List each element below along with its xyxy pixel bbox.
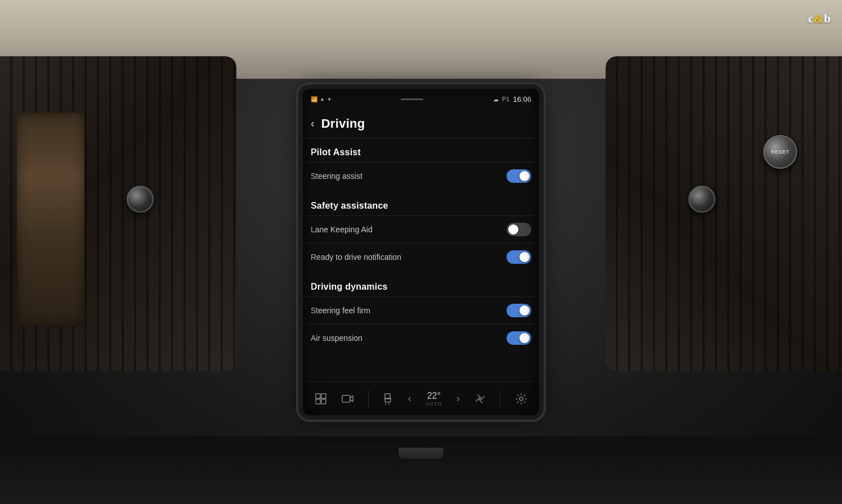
- divider-2: [500, 390, 500, 407]
- air-suspension-toggle[interactable]: [507, 331, 531, 345]
- svg-rect-0: [316, 394, 320, 398]
- page-title: Driving: [321, 116, 365, 131]
- bottom-control-bar: ‹ 22° AUTO ›: [303, 381, 539, 415]
- signal-icon: 📶: [311, 96, 317, 102]
- nav-bar: ‹ Driving: [303, 109, 539, 138]
- watermark: c&b: [808, 11, 831, 26]
- setting-row-ready-notification: Ready to drive notification: [303, 243, 539, 271]
- reset-label: RESET: [771, 149, 790, 155]
- air-suspension-label: Air suspension: [311, 334, 362, 343]
- settings-scroll-area[interactable]: Pilot Assist Steering assist Safety assi…: [303, 138, 539, 381]
- screen-content: 📶 ▲ ✦ ☁ P1 16:06 ‹ Driving Pilot Assist …: [303, 89, 539, 415]
- p1-label: P1: [502, 96, 509, 102]
- svg-rect-1: [321, 394, 326, 398]
- watermark-b: b: [824, 11, 831, 25]
- toggle-knob-suspension: [519, 333, 530, 343]
- toggle-knob-steering: [519, 305, 530, 316]
- screen-mount: [398, 448, 444, 459]
- infotainment-screen: 📶 ▲ ✦ ☁ P1 16:06 ‹ Driving Pilot Assist …: [303, 89, 539, 415]
- home-icon[interactable]: [315, 393, 327, 405]
- steering-assist-label: Steering assist: [311, 172, 362, 181]
- temp-mode: AUTO: [426, 401, 442, 407]
- temp-value: 22°: [427, 391, 441, 401]
- chevron-left-icon[interactable]: ‹: [408, 393, 411, 404]
- svg-rect-2: [316, 399, 320, 404]
- cloud-icon: ☁: [493, 96, 499, 102]
- chevron-right-icon[interactable]: ›: [456, 393, 460, 404]
- svg-point-8: [519, 397, 523, 400]
- watermark-ampersand: &: [813, 11, 823, 25]
- setting-row-lane-keeping: Lane Keeping Aid: [303, 215, 539, 243]
- temperature-control[interactable]: 22° AUTO: [426, 391, 442, 407]
- left-vent-knob[interactable]: [127, 186, 154, 213]
- svg-point-7: [479, 398, 481, 400]
- seat-icon[interactable]: [383, 393, 393, 405]
- time-display: 16:06: [513, 95, 531, 104]
- left-trim-panel: [17, 112, 84, 326]
- setting-row-steering-feel: Steering feel firm: [303, 296, 539, 324]
- steering-assist-toggle[interactable]: [507, 169, 531, 183]
- toggle-knob-ready: [519, 252, 530, 262]
- lane-keeping-label: Lane Keeping Aid: [311, 225, 373, 234]
- camera-icon[interactable]: [342, 394, 354, 404]
- status-left: 📶 ▲ ✦: [311, 96, 332, 102]
- lane-keeping-toggle[interactable]: [507, 223, 531, 236]
- watermark-c: c: [808, 11, 814, 25]
- back-button[interactable]: ‹: [311, 117, 315, 130]
- settings-icon[interactable]: [515, 393, 527, 405]
- bluetooth-icon: ✦: [327, 96, 332, 102]
- section-header-pilot-assist: Pilot Assist: [303, 138, 539, 162]
- divider-1: [368, 390, 369, 407]
- section-header-dynamics: Driving dynamics: [303, 271, 539, 296]
- section-header-safety: Safety assistance: [303, 190, 539, 215]
- steering-feel-toggle[interactable]: [507, 304, 531, 317]
- reset-button[interactable]: RESET: [763, 135, 797, 169]
- setting-row-air-suspension: Air suspension: [303, 324, 539, 352]
- status-center-bar: [401, 98, 423, 100]
- toggle-knob: [519, 171, 530, 181]
- right-vent-knob[interactable]: [688, 186, 715, 213]
- fan-icon[interactable]: [474, 393, 486, 404]
- toggle-knob-lane: [508, 224, 518, 235]
- floor-area: [0, 436, 842, 504]
- svg-rect-4: [342, 395, 350, 402]
- steering-feel-label: Steering feel firm: [311, 306, 370, 315]
- status-right: ☁ P1 16:06: [493, 95, 531, 104]
- right-vent: [606, 56, 842, 371]
- ready-notification-toggle[interactable]: [507, 250, 531, 264]
- status-bar: 📶 ▲ ✦ ☁ P1 16:06: [303, 89, 539, 109]
- setting-row-steering-assist: Steering assist: [303, 162, 539, 190]
- wifi-icon: ▲: [320, 96, 325, 102]
- svg-rect-3: [321, 399, 326, 404]
- ready-notification-label: Ready to drive notification: [311, 253, 401, 262]
